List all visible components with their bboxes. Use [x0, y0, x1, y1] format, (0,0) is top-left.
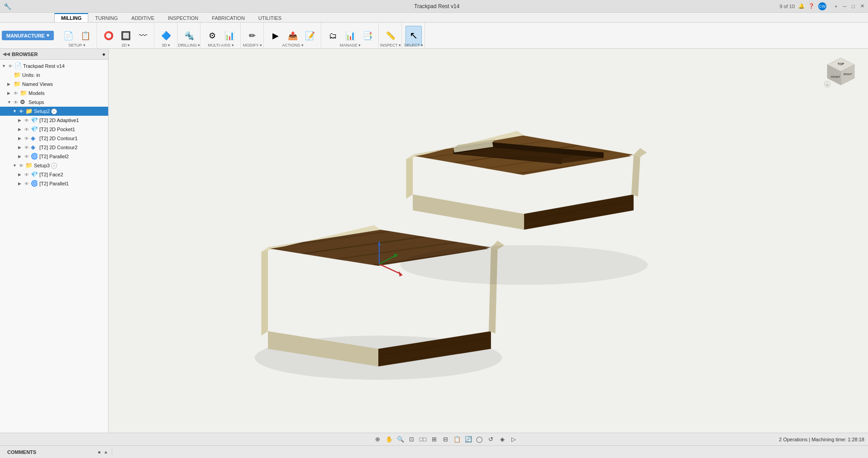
multiaxis-group: ⚙ 📊 — [204, 26, 238, 46]
new-tab-btn[interactable]: + — [835, 4, 837, 9]
nc-viewer-btn[interactable]: 📝 — [302, 26, 318, 46]
multiaxis-btn2[interactable]: 📊 — [221, 26, 238, 46]
tree-item-named-views[interactable]: ▶ 📁 Named Views — [0, 80, 108, 89]
setup-sheet-btn[interactable]: 📋 — [77, 26, 94, 46]
setup2-badge: ○ — [51, 109, 57, 114]
tree-item-root[interactable]: ▼ 👁 📄 Trackpad Rest v14 — [0, 61, 108, 71]
modify-icon: ✏ — [249, 32, 256, 40]
tree-item-op1[interactable]: ▶ 👁 💎 [T2] 2D Adaptive1 — [0, 116, 108, 125]
expand-icon-models: ▶ — [7, 91, 14, 95]
measure-view-btn[interactable]: ▷ — [509, 434, 519, 444]
browser-content: ▼ 👁 📄 Trackpad Rest v14 📁 Units: in ▶ 📁 … — [0, 60, 108, 433]
tree-item-setup3[interactable]: ▼ 👁 📁 Setup3 ○ — [0, 161, 108, 170]
simulate-icon: ▶ — [272, 32, 279, 40]
drilling-icon: 🔩 — [184, 32, 194, 40]
manufacture-button[interactable]: MANUFACTURE ▾ — [2, 31, 54, 40]
tree-item-op4[interactable]: ▶ 👁 ◆ [T2] 2D Contour2 — [0, 143, 108, 152]
multiaxis-label: MULTI-AXIS ▾ — [208, 43, 234, 47]
tree-item-setup2[interactable]: ▼ 👁 📁 Setup2 ○ — [0, 107, 108, 116]
comments-expand-btn[interactable]: ▲ — [104, 449, 108, 454]
tree-item-op5[interactable]: ▶ 👁 🌀 [T2] Parallel2 — [0, 152, 108, 161]
title-bar: 🔧 Trackpad Rest v14 9 of 10 🔔 ❓ CW + ─ □… — [0, 0, 868, 13]
section-analysis-btn[interactable]: ◈ — [497, 434, 507, 444]
vis-icon-op4: 👁 — [24, 145, 31, 150]
close-btn[interactable]: ✕ — [860, 3, 864, 9]
tree-item-op2[interactable]: ▶ 👁 💎 [T2] 2D Pocket1 — [0, 125, 108, 134]
tree-item-op6[interactable]: ▶ 👁 💎 [T2] Face2 — [0, 170, 108, 179]
measure-btn[interactable]: 📏 — [382, 26, 399, 46]
shadow-toggle[interactable]: ⊟ — [441, 434, 451, 444]
tree-item-units[interactable]: 📁 Units: in — [0, 71, 108, 80]
viewcube-toggle[interactable]: □□ — [418, 434, 428, 444]
back-view-btn[interactable]: ↺ — [486, 434, 496, 444]
tab-utilities[interactable]: UTILITIES — [252, 14, 288, 22]
browser-pin-btn[interactable]: ● — [102, 51, 105, 57]
2d-btn3[interactable]: 〰 — [135, 26, 151, 46]
tree-item-models[interactable]: ▶ 👁 📁 Models — [0, 89, 108, 98]
zoom-btn[interactable]: 🔍 — [396, 434, 405, 444]
tab-milling[interactable]: MILLING — [54, 13, 88, 22]
manage-icon1: 🗂 — [329, 32, 337, 40]
tree-item-op7[interactable]: ▶ 👁 🌀 [T2] Parallel1 — [0, 179, 108, 188]
visual-style-btn[interactable]: ◯ — [475, 434, 485, 444]
vis-icon-setups: 👁 — [14, 100, 20, 105]
drilling-label: DRILLING ▾ — [178, 43, 200, 47]
expand-icon-setups: ▼ — [7, 100, 14, 104]
tree-label-op2: [T2] 2D Pocket1 — [39, 127, 75, 132]
toolbar-section-modify: ✏ MODIFY ▾ — [242, 23, 264, 48]
help-btn[interactable]: ❓ — [808, 3, 815, 9]
op7-icon: 🌀 — [31, 180, 38, 187]
orbit-btn[interactable]: ⊕ — [373, 434, 383, 444]
tab-turning[interactable]: TURNING — [88, 14, 124, 22]
page-info: 9 of 10 — [779, 4, 795, 9]
svg-marker-69 — [524, 194, 634, 230]
render-btn[interactable]: 📋 — [452, 434, 462, 444]
toolbar-section-multiaxis: ⚙ 📊 MULTI-AXIS ▾ — [201, 23, 241, 48]
toolbar-section-actions: ▶ 📤 📝 ACTIONS ▾ — [265, 23, 321, 48]
comments-pin-btn[interactable]: ● — [98, 449, 101, 455]
tree-label-units: Units: in — [22, 72, 40, 78]
maximize-btn[interactable]: □ — [852, 4, 855, 9]
browser-collapse-btn[interactable]: ◀◀ — [3, 52, 10, 57]
expand-icon-root: ▼ — [2, 64, 8, 68]
tab-additive[interactable]: ADDITIVE — [124, 14, 161, 22]
vis-icon-op1: 👁 — [24, 118, 31, 123]
modify-btn[interactable]: ✏ — [244, 26, 261, 46]
select-group: ↖ — [405, 26, 422, 46]
tab-fabrication[interactable]: FABRICATION — [205, 14, 252, 22]
multiaxis-icon1: ⚙ — [209, 32, 216, 40]
select-btn[interactable]: ↖ — [405, 26, 422, 46]
expand-icon-op4: ▶ — [18, 145, 24, 150]
tab-inspection[interactable]: INSPECTION — [161, 14, 205, 22]
multiaxis-btn1[interactable]: ⚙ — [204, 26, 220, 46]
new-setup-btn[interactable]: 📄 — [60, 26, 76, 46]
drilling-btn[interactable]: 🔩 — [181, 26, 197, 46]
tree-label-op1: [T2] 2D Adaptive1 — [39, 118, 79, 123]
pan-btn[interactable]: ✋ — [384, 434, 394, 444]
op3-icon: ◆ — [31, 135, 38, 142]
view-cube[interactable]: TOP FRONT RIGHT ⌂ — [823, 53, 859, 90]
manage-btn1[interactable]: 🗂 — [325, 26, 341, 46]
grid-toggle[interactable]: ⊞ — [429, 434, 439, 444]
minimize-btn[interactable]: ─ — [843, 4, 847, 9]
3d-btn1[interactable]: 🔷 — [158, 26, 174, 46]
simulate-btn[interactable]: ▶ — [267, 26, 284, 46]
notifications[interactable]: 🔔 — [798, 3, 805, 9]
user-avatar[interactable]: CW — [818, 2, 826, 10]
refresh-btn[interactable]: 🔄 — [463, 434, 473, 444]
post-btn[interactable]: 📤 — [285, 26, 301, 46]
manage-btn3[interactable]: 📑 — [359, 26, 376, 46]
manage-btn2[interactable]: 📊 — [342, 26, 358, 46]
2d-btn2[interactable]: 🔲 — [118, 26, 134, 46]
tree-item-op3[interactable]: ▶ 👁 ◆ [T2] 2D Contour1 — [0, 134, 108, 143]
main-area: ◀◀ BROWSER ● ▼ 👁 📄 Trackpad Rest v14 📁 U… — [0, 49, 868, 433]
expand-icon-op3: ▶ — [18, 136, 24, 141]
tree-label-op7: [T2] Parallel1 — [39, 181, 69, 186]
viewport-canvas: TOP FRONT RIGHT ⌂ — [109, 49, 868, 433]
viewport[interactable]: TOP FRONT RIGHT ⌂ — [109, 49, 868, 433]
tree-item-setups[interactable]: ▼ 👁 ⚙ Setups — [0, 98, 108, 107]
2d-btn1[interactable]: ⭕ — [100, 26, 117, 46]
fit-btn[interactable]: ⊡ — [407, 434, 417, 444]
window-title: Trackpad Rest v14 — [94, 3, 779, 9]
3d-icon1: 🔷 — [161, 32, 171, 40]
